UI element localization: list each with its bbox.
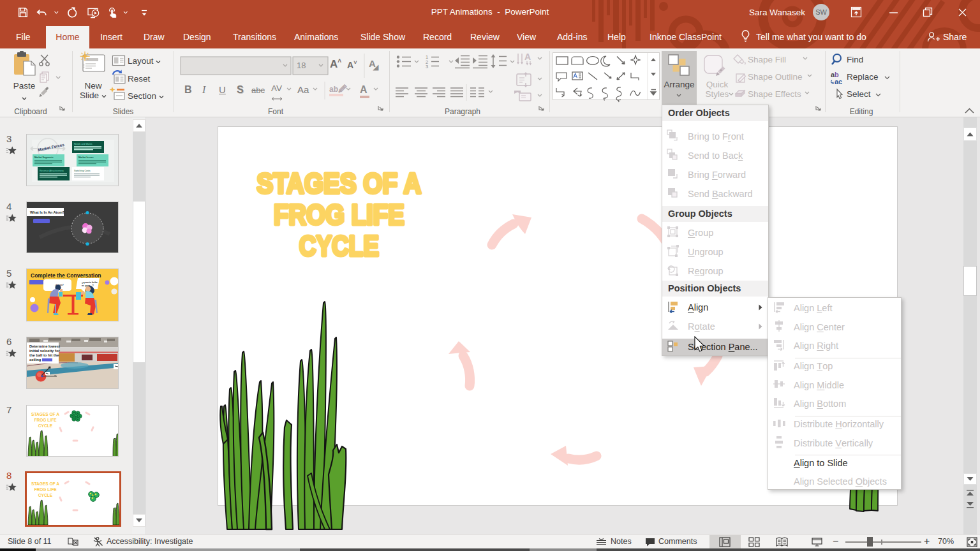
svg-text:A: A xyxy=(524,52,531,62)
svg-text:STAGES OF A: STAGES OF A xyxy=(31,412,59,416)
svg-text:Revenue Attractiveness: Revenue Attractiveness xyxy=(40,170,64,172)
svg-text:initial velocity for: initial velocity for xyxy=(29,349,60,353)
svg-text:the ball to hit the: the ball to hit the xyxy=(29,353,59,357)
svg-text:Switching Costs: Switching Costs xyxy=(74,170,91,172)
svg-text:3: 3 xyxy=(426,64,428,70)
svg-text:Determine lowest: Determine lowest xyxy=(29,344,60,348)
svg-text:ceiling: ceiling xyxy=(29,358,41,362)
svg-text:Complete the Conversation: Complete the Conversation xyxy=(31,272,101,279)
svg-text:CYCLE: CYCLE xyxy=(38,423,53,428)
svg-text:Market Issues: Market Issues xyxy=(78,156,94,159)
svg-text:STAGES OF A: STAGES OF A xyxy=(31,481,59,486)
svg-text:¿quanto bebe: ¿quanto bebe xyxy=(82,281,98,284)
svg-text:FROG LIFE: FROG LIFE xyxy=(34,418,57,422)
svg-text:CYCLE: CYCLE xyxy=(38,493,53,497)
svg-text:ac: ac xyxy=(835,78,842,85)
svg-text:Market Forces: Market Forces xyxy=(38,142,65,152)
svg-text:Needs and Wants: Needs and Wants xyxy=(74,143,93,145)
svg-text:What Is In An Atom?: What Is In An Atom? xyxy=(30,210,65,214)
svg-text:Market Segments: Market Segments xyxy=(34,156,54,159)
svg-text:FROG LIFE: FROG LIFE xyxy=(34,487,57,492)
